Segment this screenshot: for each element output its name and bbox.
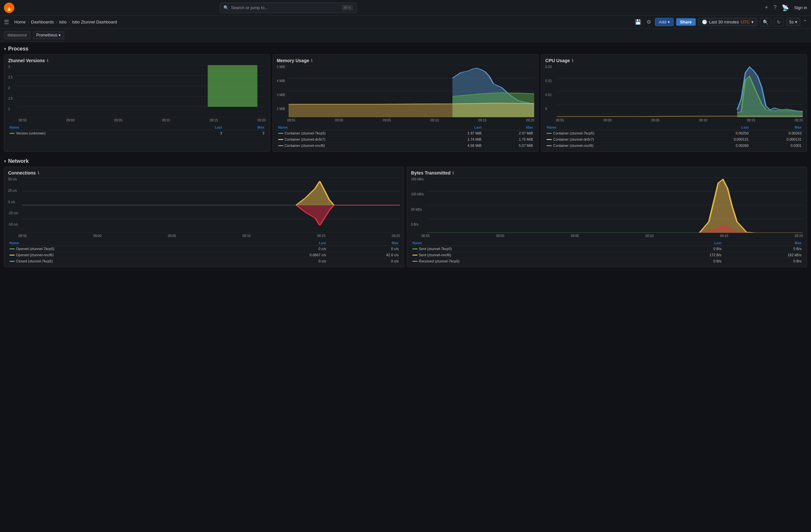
time-range-chevron: ▾ [751,19,754,25]
connections-info-icon[interactable]: ℹ [38,171,40,175]
bytes-transmitted-panel: Bytes Transmitted ℹ 150 kB/s 100 kB/s 50… [407,167,807,267]
svg-rect-6 [208,65,258,107]
cpu-chart [557,65,803,117]
breadcrumb-actions: 💾 ⚙ Add ▾ Share 🕐 Last 30 minutes UTC ▾ … [633,18,807,26]
memory-info-icon[interactable]: ℹ [311,58,313,63]
breadcrumb-bar: ☰ Home › Dashboards › istio › Istio Ztun… [0,16,811,29]
bytes-y-1: 100 kB/s [411,192,427,196]
cpu-y-1: 0.02 [545,79,557,83]
bytes-chart [427,177,803,233]
grafana-logo-icon: 🔥 [5,4,13,11]
legend-color-swatch [412,255,417,255]
refresh-button[interactable]: ↻ [774,18,784,26]
cpu-y-0: 0.03 [545,65,557,69]
legend-color-swatch [547,145,552,146]
legend-color-swatch [10,255,15,255]
connections-title: Connections [8,170,36,175]
ztunnel-x-4: 09:15 [210,119,218,122]
mem-x-labels: 08:55 09:00 09:05 09:10 09:15 09:20 [277,119,535,122]
search-bar[interactable]: 🔍 Search or jump to... ⌘+k [220,3,357,13]
ztunnel-y-label-4: 1 [8,107,17,111]
legend-color-swatch [412,261,417,262]
legend-color-swatch [412,248,417,249]
bytes-info-icon[interactable]: ℹ [453,171,454,175]
process-panel-grid: Ztunnel Versions ℹ 3 2.5 2 1.5 1 [4,54,807,152]
datasource-filter-label: datasource [4,31,30,39]
legend-last: 3 [180,130,224,137]
utc-label: UTC [741,19,750,25]
mem-y-3: 2 MiB [277,107,289,111]
network-panel-grid: Connections ℹ 50 c/s 25 c/s 0 c/s -25 c/… [4,167,807,267]
table-row: Container (ztunnel-dn5r7) 0.000131 0.000… [545,137,803,143]
time-range-picker[interactable]: 🕐 Last 30 minutes UTC ▾ [698,18,758,26]
connections-body: 50 c/s 25 c/s 0 c/s -25 c/s -50 c/s [4,177,404,267]
legend-name: Version (unknown) [16,131,46,135]
table-row: Opened (ztunnel-nncf6) 0.0667 c/s 42.0 c… [8,252,400,258]
ztunnel-versions-body: 3 2.5 2 1.5 1 [4,65,270,139]
time-range-label: Last 30 minutes [709,19,739,25]
svg-marker-29 [296,181,400,205]
ztunnel-col-last: Last [180,125,224,130]
legend-color-swatch [10,248,15,249]
ztunnel-versions-legend: Name Last Max Version (unknown) [8,125,266,137]
search-icon: 🔍 [224,5,229,10]
add-button-label: Add [659,19,666,25]
table-row: Version (unknown) 3 3 [8,130,266,137]
collapse-sidebar-button[interactable]: ⌃ [803,19,807,25]
table-row: Container (ztunnel-7kcp5) 2.97 MiB 2.97 … [277,130,535,137]
cpu-usage-body: 0.03 0.02 0.01 0 [541,65,807,152]
interval-value: 5s [789,19,794,25]
datasource-value-text: Prometheus [36,33,57,37]
cpu-usage-panel: CPU Usage ℹ 0.03 0.02 0.01 0 [541,54,807,152]
notifications-icon[interactable]: 📡 [782,4,789,11]
mem-y-2: 3 MiB [277,93,289,97]
breadcrumb: Home › Dashboards › istio › Istio Ztunne… [14,19,117,25]
network-collapse-icon: ▾ [4,159,6,164]
add-button[interactable]: Add ▾ [655,18,673,26]
top-nav: 🔥 🔍 Search or jump to... ⌘+k + ? 📡 Sign … [0,0,811,16]
ztunnel-versions-info-icon[interactable]: ℹ [47,58,48,63]
interval-picker[interactable]: 5s ▾ [786,18,800,26]
save-dashboard-button[interactable]: 💾 [633,18,643,26]
conn-y-3: -25 c/s [8,211,22,215]
hamburger-menu[interactable]: ☰ [4,18,9,26]
process-section-title: Process [8,46,28,52]
cpu-usage-header: CPU Usage ℹ [541,55,807,65]
memory-usage-body: 5 MiB 4 MiB 3 MiB 2 MiB [273,65,538,152]
grafana-logo[interactable]: 🔥 [4,3,14,13]
bytes-legend: Name Last Max Sent (ztunnel-7kcp5) 0 B/s… [411,240,803,264]
process-section-header[interactable]: ▾ Process [4,42,807,54]
conn-y-1: 25 c/s [8,189,22,192]
bytes-transmitted-title: Bytes Transmitted [411,170,450,175]
ztunnel-versions-title: Ztunnel Versions [8,58,45,63]
ztunnel-y-label-1: 2.5 [8,76,17,79]
cpu-info-icon[interactable]: ℹ [572,58,573,63]
breadcrumb-dashboards[interactable]: Dashboards [31,19,54,25]
network-section-title: Network [8,158,29,164]
zoom-out-button[interactable]: 🔍 [760,18,771,26]
memory-legend: Name Last Max Container (ztunnel-7kcp5) … [277,125,535,149]
bytes-transmitted-header: Bytes Transmitted ℹ [407,167,807,177]
cpu-y-3: 0 [545,107,557,111]
legend-color-swatch [278,145,284,146]
help-icon[interactable]: ? [773,4,777,11]
ztunnel-y-label-2: 2 [8,86,17,90]
table-row: Received (ztunnel-7kcp5) 0 B/s 0 B/s [411,258,803,264]
datasource-chevron-icon: ▾ [59,33,61,37]
share-button[interactable]: Share [676,18,696,26]
legend-color-swatch [547,133,552,134]
breadcrumb-current: Istio Ztunnel Dashboard [72,19,117,25]
network-section-header[interactable]: ▾ Network [4,154,807,167]
ztunnel-x-3: 09:10 [162,119,170,122]
settings-button[interactable]: ⚙ [645,18,653,26]
breadcrumb-istio[interactable]: istio [59,19,66,25]
ztunnel-col-name: Name [8,125,180,130]
breadcrumb-home[interactable]: Home [14,19,26,25]
datasource-filter-value[interactable]: Prometheus ▾ [33,31,64,39]
ztunnel-versions-header: Ztunnel Versions ℹ [4,55,270,65]
bytes-y-3: 0 B/s [411,223,427,226]
sign-in-button[interactable]: Sign in [794,5,807,10]
plus-icon[interactable]: + [765,4,768,11]
bytes-y-2: 50 kB/s [411,208,427,211]
legend-color-swatch [10,261,15,262]
